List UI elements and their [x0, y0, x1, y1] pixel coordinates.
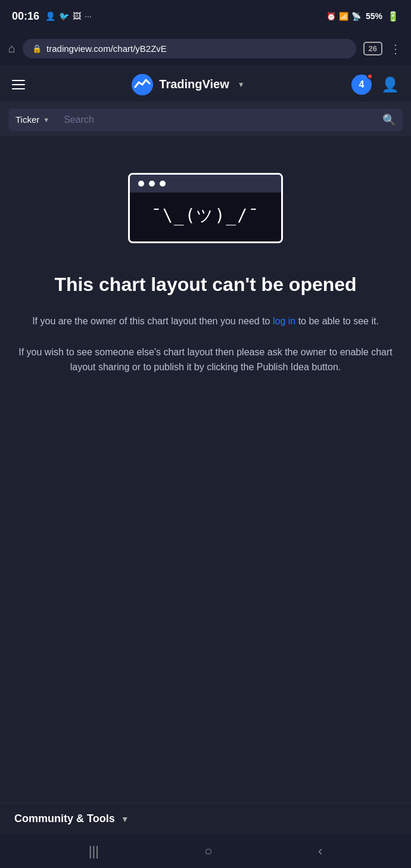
url-bar[interactable]: 🔒 tradingview.com/chart/yB2ZvE [23, 39, 356, 58]
alarm-icon: ⏰ [326, 12, 336, 21]
hamburger-menu[interactable] [12, 80, 25, 89]
tab-count[interactable]: 26 [363, 42, 382, 55]
error-desc-3: If you wish to see someone else's chart … [18, 347, 392, 373]
ticker-label: Ticker [15, 114, 39, 125]
image-icon: 🖼 [73, 11, 81, 21]
notification-badge[interactable]: 4 [351, 75, 372, 95]
user-icon[interactable]: 👤 [381, 76, 399, 93]
status-icons: 👤 🐦 🖼 ··· [45, 11, 92, 21]
shrug-emoji: ¯\_(ツ)_/¯ [151, 204, 260, 227]
home-icon[interactable]: ⌂ [8, 42, 15, 55]
nav-recent-icon[interactable]: ||| [89, 844, 99, 859]
ticker-dropdown-arrow: ▼ [43, 116, 49, 123]
lock-icon: 🔒 [32, 44, 42, 53]
status-right: ⏰ 📶 📡 55% 🔋 [326, 11, 399, 22]
tv-logo-icon [132, 74, 153, 95]
bottom-bar: Community & Tools ▼ [0, 802, 411, 835]
search-placeholder: Search [64, 114, 368, 125]
status-time: 00:16 [12, 10, 39, 23]
error-description: If you are the owner of this chart layou… [18, 314, 393, 374]
tv-header-right: 4 👤 [351, 75, 399, 95]
twitter-icon: 🐦 [59, 11, 69, 21]
notification-dot [367, 73, 373, 79]
login-link[interactable]: log in [273, 316, 295, 326]
terminal-body: ¯\_(ツ)_/¯ [130, 193, 281, 241]
tv-header: TradingView ▼ 4 👤 [0, 67, 411, 103]
browser-more-icon[interactable]: ⋮ [390, 42, 403, 56]
status-left: 00:16 👤 🐦 🖼 ··· [12, 10, 92, 23]
terminal-dot-2 [149, 181, 155, 187]
app-dropdown-arrow[interactable]: ▼ [238, 80, 245, 89]
search-bar: Ticker ▼ Search 🔍 [0, 103, 411, 137]
nav-home-icon[interactable]: ○ [204, 844, 212, 859]
tv-logo-area[interactable]: TradingView ▼ [132, 74, 244, 95]
battery-icon: 🔋 [387, 11, 399, 22]
error-title: This chart layout can't be opened [54, 273, 356, 296]
main-content: ¯\_(ツ)_/¯ This chart layout can't be ope… [0, 137, 411, 802]
terminal-header [130, 175, 281, 193]
status-right-icons: ⏰ 📶 📡 [326, 12, 361, 21]
battery-percent: 55% [366, 11, 382, 21]
profile-status-icon: 👤 [45, 11, 55, 21]
error-desc-2: to be able to see it. [298, 316, 379, 326]
terminal-dot-3 [160, 181, 166, 187]
ticker-dropdown[interactable]: Ticker ▼ [8, 108, 57, 131]
error-terminal-illustration: ¯\_(ツ)_/¯ [128, 173, 283, 243]
wifi-icon: 📶 [339, 12, 348, 21]
status-bar: 00:16 👤 🐦 🖼 ··· ⏰ 📶 📡 55% 🔋 [0, 0, 411, 31]
signal-icon: 📡 [351, 12, 361, 21]
android-nav-bar: ||| ○ ‹ [0, 835, 411, 868]
error-desc-1: If you are the owner of this chart layou… [32, 316, 270, 326]
terminal-dot-1 [138, 181, 144, 187]
app-name: TradingView [159, 78, 229, 91]
browser-bar: ⌂ 🔒 tradingview.com/chart/yB2ZvE 26 ⋮ [0, 31, 411, 67]
community-tools-label: Community & Tools [14, 813, 115, 825]
nav-back-icon[interactable]: ‹ [318, 844, 322, 859]
search-input-area[interactable]: Search [57, 108, 375, 131]
community-tools-arrow: ▼ [121, 814, 129, 824]
more-status-icon: ··· [85, 11, 92, 21]
url-text: tradingview.com/chart/yB2ZvE [46, 44, 346, 54]
search-button[interactable]: 🔍 [375, 108, 403, 131]
search-icon: 🔍 [382, 113, 396, 126]
community-tools[interactable]: Community & Tools ▼ [14, 813, 129, 825]
